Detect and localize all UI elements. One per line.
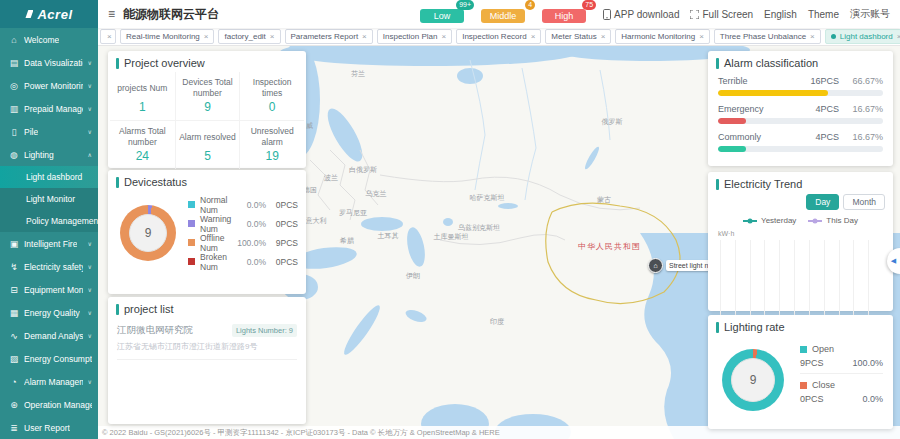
tab-meter-status[interactable]: Meter Status×	[545, 29, 611, 44]
sidebar-item-operation-management[interactable]: ⊛Operation Management	[0, 393, 98, 416]
chevron-down-icon: ∨	[88, 378, 92, 385]
sidebar-item-equipment-monitor[interactable]: ⊟Equipment Monitor∨	[0, 278, 98, 301]
trend-legend: Yesterday This Day	[708, 216, 893, 225]
sidebar-item-intelligent-fire[interactable]: ▣Intelligent Fire∨	[0, 232, 98, 255]
hamburger-menu-icon[interactable]: ≡	[108, 7, 115, 21]
device-status-legend: Normal Num0.0%0PCS Warning Num0.0%0PCS O…	[188, 195, 298, 271]
sidebar-item-light-monitor[interactable]: Light Monitor	[0, 188, 98, 210]
sidebar-item-data-visualization[interactable]: ▤Data Visualization∨	[0, 51, 98, 74]
device-status-total: 9	[129, 214, 167, 252]
electricity-trend-panel: Electricity Trend Day Month Yesterday Th…	[708, 172, 893, 311]
panel-title: Project overview	[124, 57, 205, 69]
chevron-down-icon: ∨	[88, 240, 92, 247]
warning-color-swatch	[188, 220, 195, 227]
sidebar-item-electricity-safety[interactable]: ↯Electricity safety∨	[0, 255, 98, 278]
stat-alarms-total: Alarms Total number24	[110, 120, 175, 169]
map-country-label: 中华人民共和国	[578, 241, 641, 252]
alarm-classification-panel: Alarm classification Terrible16PCS66.67%…	[708, 51, 893, 166]
sidebar-item-lighting[interactable]: ◍Lighting∧	[0, 143, 98, 166]
map-region-label: 伊朗	[406, 271, 420, 281]
close-icon[interactable]: ×	[270, 32, 275, 41]
language-switch[interactable]: English	[764, 9, 797, 20]
account-menu[interactable]: 演示账号	[850, 7, 890, 21]
sidebar-item-user-report[interactable]: ≣User Report	[0, 416, 98, 439]
chevron-down-icon: ∨	[88, 309, 92, 316]
sidebar-item-demand-analysis[interactable]: ∿Demand Analysis∨	[0, 324, 98, 347]
tab-real-time-monitoring[interactable]: Real-time Monitoring×	[120, 29, 214, 44]
project-list-item[interactable]: 江阴微电网研究院 Lights Number: 9 江苏省无锡市江阴市澄江街道新…	[108, 318, 306, 360]
map-region-label: 蒙古	[597, 195, 611, 205]
alarm-row-emergency: Emergency4PCS16.67%	[718, 104, 883, 124]
sidebar-item-policy-management[interactable]: Policy Management	[0, 210, 98, 232]
tab-inspection-plan[interactable]: Inspection Plan×	[377, 29, 452, 44]
project-name[interactable]: 江阴微电网研究院	[117, 324, 193, 337]
sidebar-item-energy-consumption-analysis[interactable]: ▨Energy Consumption Analy	[0, 347, 98, 370]
sidebar-item-welcome[interactable]: ⌂Welcome	[0, 28, 98, 51]
full-screen-button[interactable]: Full Screen	[690, 9, 753, 20]
lighting-rate-legend: Open 9PCS100.0% Close 0PCS0.0%	[800, 344, 883, 415]
app-header: Acrel ≡ 能源物联网云平台 Low 99+ Middle 4 High 7…	[0, 0, 900, 28]
stat-inspection-times: Inspection times0	[239, 72, 304, 120]
map-region-label: 罗马尼亚	[339, 208, 367, 218]
high-badge[interactable]: High	[542, 9, 586, 23]
stat-unresolved-alarm: Unresolved alarm19	[239, 120, 304, 169]
this-day-line-swatch	[808, 220, 822, 222]
sidebar: ⌂Welcome ▤Data Visualization∨ ◎Power Mon…	[0, 28, 98, 439]
close-icon[interactable]: ×	[362, 32, 367, 41]
sidebar-item-prepaid-management[interactable]: ▥Prepaid Management∨	[0, 97, 98, 120]
alarm-bar-fill-2	[718, 146, 746, 152]
panel-accent-bar	[116, 177, 119, 188]
close-icon[interactable]: ×	[107, 32, 112, 41]
progress-track	[718, 90, 883, 96]
map-region-label: 哈萨克斯坦	[470, 193, 505, 203]
alarm-level-low[interactable]: Low 99+	[420, 5, 464, 23]
y-axis-unit: kW·h	[718, 230, 734, 237]
middle-badge[interactable]: Middle	[481, 9, 525, 23]
chart-icon: ▤	[9, 58, 19, 68]
panel-accent-bar	[716, 322, 719, 333]
home-icon: ⌂	[9, 35, 19, 45]
map-region-label: 希腊	[340, 236, 354, 246]
panel-title: Lighting rate	[724, 321, 785, 333]
sidebar-item-power-monitoring[interactable]: ◎Power Monitoring∨	[0, 74, 98, 97]
tab-inspection-record[interactable]: Inspection Record×	[456, 29, 541, 44]
legend-this-day[interactable]: This Day	[808, 216, 858, 225]
sidebar-item-light-dashbord[interactable]: Light dashbord	[0, 166, 98, 188]
sidebar-item-energy-quality[interactable]: ▦Energy Quality∨	[0, 301, 98, 324]
tab-light-dashbord[interactable]: Light dashbord×	[825, 29, 900, 44]
close-icon[interactable]: ×	[699, 32, 704, 41]
grid-icon: ▦	[9, 308, 19, 318]
lighting-rate-panel: Lighting rate 9 Open 9PCS100.0% Close 0P…	[708, 315, 893, 429]
pile-icon: ▯	[9, 127, 19, 137]
divider	[117, 359, 297, 360]
fire-icon: ▣	[9, 239, 19, 249]
legend-yesterday[interactable]: Yesterday	[743, 216, 796, 225]
sidebar-item-pile[interactable]: ▯Pile∨	[0, 120, 98, 143]
close-icon[interactable]: ×	[531, 32, 536, 41]
app-download-button[interactable]: APP download	[603, 9, 679, 20]
panel-title: Devicestatus	[124, 176, 187, 188]
close-icon[interactable]: ×	[601, 32, 606, 41]
tab-partial[interactable]: ×	[100, 29, 116, 44]
alarm-level-middle[interactable]: Middle 4	[481, 5, 525, 23]
low-badge[interactable]: Low	[420, 9, 464, 23]
theme-switch[interactable]: Theme	[808, 9, 839, 20]
acrel-logo[interactable]: Acrel	[0, 0, 98, 28]
tab-factory-edit[interactable]: factory_edit×	[218, 29, 280, 44]
close-icon[interactable]: ×	[441, 32, 446, 41]
month-button[interactable]: Month	[843, 194, 885, 210]
panel-title: Alarm classification	[724, 57, 818, 69]
tab-three-phase-unbalance[interactable]: Three Phase Unbalance×	[714, 29, 821, 44]
close-icon[interactable]: ×	[204, 32, 209, 41]
alarm-level-high[interactable]: High 75	[542, 5, 586, 23]
sidebar-item-alarm-management[interactable]: ◔Alarm Management∨	[0, 370, 98, 393]
chevron-up-icon: ∧	[88, 151, 92, 158]
tab-parameters-report[interactable]: Parameters Report×	[285, 29, 373, 44]
close-icon[interactable]: ×	[810, 32, 815, 41]
acrel-logo-icon	[25, 10, 33, 18]
tab-harmonic-monitoring[interactable]: Harmonic Monitoring×	[615, 29, 709, 44]
street-light-icon: ⌂	[648, 258, 663, 273]
day-button[interactable]: Day	[806, 194, 839, 210]
street-light-marker[interactable]: ⌂ Street light num	[648, 258, 716, 273]
panel-title: Electricity Trend	[724, 178, 802, 190]
